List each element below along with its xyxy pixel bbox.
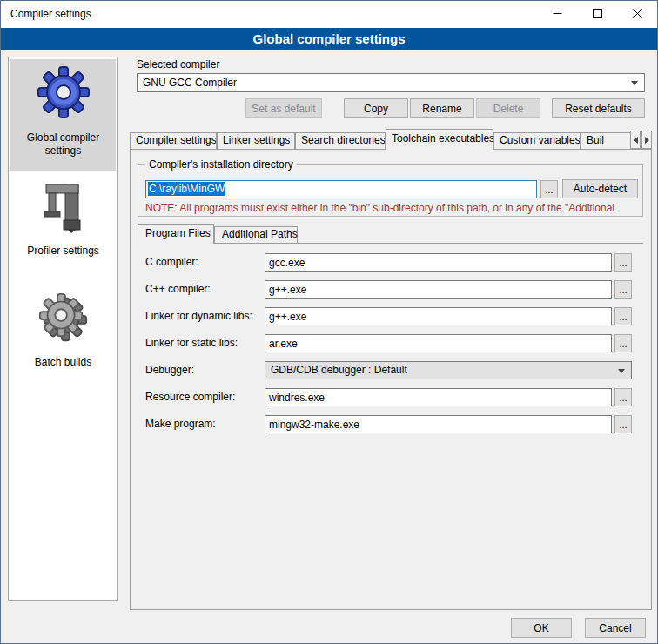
static-linker-label: Linker for static libs: bbox=[145, 337, 238, 350]
tab-toolchain-executables[interactable]: Toolchain executables bbox=[386, 129, 494, 150]
profiler-icon bbox=[39, 224, 88, 236]
copy-button[interactable]: Copy bbox=[344, 98, 408, 118]
minimize-button[interactable] bbox=[537, 1, 577, 28]
titlebar: Compiler settings bbox=[1, 1, 657, 28]
dynamic-linker-label: Linker for dynamic libs: bbox=[145, 310, 252, 323]
c-compiler-browse-button[interactable]: ... bbox=[614, 253, 632, 272]
c-compiler-field[interactable] bbox=[265, 253, 612, 272]
tab-linker-settings[interactable]: Linker settings bbox=[217, 132, 295, 149]
rename-button[interactable]: Rename bbox=[410, 98, 474, 118]
tab-scroll-right[interactable] bbox=[641, 131, 652, 149]
maximize-icon bbox=[593, 8, 602, 21]
tab-scroll-right-icon bbox=[645, 137, 649, 144]
make-program-label: Make program: bbox=[145, 418, 216, 431]
compiler-select-value: GNU GCC Compiler bbox=[143, 77, 237, 89]
install-dir-note: NOTE: All programs must exist either in … bbox=[145, 202, 643, 214]
batch-builds-icon bbox=[37, 335, 91, 347]
resource-compiler-label: Resource compiler: bbox=[145, 391, 235, 404]
sidebar-item-label: Global compiler settings bbox=[10, 131, 116, 158]
sidebar-item-label: Profiler settings bbox=[10, 245, 116, 258]
close-button[interactable] bbox=[617, 1, 657, 28]
compiler-select[interactable]: GNU GCC Compiler bbox=[137, 73, 645, 92]
auto-detect-button[interactable]: Auto-detect bbox=[562, 179, 638, 198]
chevron-down-icon bbox=[618, 369, 625, 373]
make-program-browse-button[interactable]: ... bbox=[614, 415, 632, 433]
reset-defaults-button[interactable]: Reset defaults bbox=[552, 98, 645, 118]
debugger-select[interactable]: GDB/CDB debugger : Default bbox=[265, 361, 632, 379]
chevron-down-icon bbox=[631, 81, 638, 85]
cpp-compiler-field[interactable] bbox=[265, 280, 612, 299]
sidebar-item-label: Batch builds bbox=[10, 356, 116, 369]
static-linker-field[interactable] bbox=[265, 334, 612, 352]
resource-compiler-browse-button[interactable]: ... bbox=[614, 388, 632, 406]
install-dir-group-label: Compiler's installation directory bbox=[145, 158, 297, 171]
tab-scroll-left-icon bbox=[634, 137, 638, 144]
selected-compiler-label: Selected compiler bbox=[137, 58, 219, 71]
toolchain-executables-panel bbox=[130, 149, 652, 610]
debugger-label: Debugger: bbox=[145, 364, 194, 377]
maximize-button[interactable] bbox=[577, 1, 617, 28]
tab-search-directories[interactable]: Search directories bbox=[295, 132, 386, 149]
minimize-icon bbox=[553, 8, 562, 21]
window-controls bbox=[537, 1, 657, 28]
tab-compiler-settings[interactable]: Compiler settings bbox=[130, 132, 217, 149]
c-compiler-label: C compiler: bbox=[145, 256, 198, 269]
install-dir-input[interactable]: C:\raylib\MinGW bbox=[145, 180, 537, 198]
close-icon bbox=[633, 8, 642, 21]
ok-button[interactable]: OK bbox=[511, 618, 572, 638]
settings-category-list: Global compiler settings Profiler settin… bbox=[8, 57, 118, 601]
cancel-button[interactable]: Cancel bbox=[585, 618, 646, 638]
subtab-additional-paths[interactable]: Additional Paths bbox=[214, 226, 298, 243]
cpp-compiler-browse-button[interactable]: ... bbox=[614, 280, 632, 299]
tab-scroll-left[interactable] bbox=[630, 131, 641, 149]
sidebar-item-batch-builds[interactable]: Batch builds bbox=[10, 285, 116, 372]
make-program-field[interactable] bbox=[265, 415, 612, 433]
compiler-settings-window: Compiler settings Global compiler settin… bbox=[0, 0, 658, 644]
debugger-select-value: GDB/CDB debugger : Default bbox=[271, 364, 407, 376]
set-as-default-button[interactable]: Set as default bbox=[245, 98, 322, 118]
resource-compiler-field[interactable] bbox=[265, 388, 612, 406]
browse-install-dir-button[interactable]: ... bbox=[540, 180, 558, 198]
install-dir-selected-text: C:\raylib\MinGW bbox=[148, 182, 225, 196]
sidebar-item-profiler-settings[interactable]: Profiler settings bbox=[10, 178, 116, 265]
tab-custom-variables[interactable]: Custom variables bbox=[494, 132, 581, 149]
window-title: Compiler settings bbox=[10, 1, 91, 28]
page-title: Global compiler settings bbox=[1, 28, 657, 50]
delete-button[interactable]: Delete bbox=[476, 98, 540, 118]
dynamic-linker-browse-button[interactable]: ... bbox=[614, 307, 632, 325]
cpp-compiler-label: C++ compiler: bbox=[145, 283, 211, 296]
subtab-program-files[interactable]: Program Files bbox=[138, 224, 214, 244]
gear-icon bbox=[36, 111, 91, 123]
dynamic-linker-field[interactable] bbox=[265, 307, 612, 325]
static-linker-browse-button[interactable]: ... bbox=[614, 334, 632, 352]
sidebar-item-global-compiler-settings[interactable]: Global compiler settings bbox=[10, 59, 116, 171]
